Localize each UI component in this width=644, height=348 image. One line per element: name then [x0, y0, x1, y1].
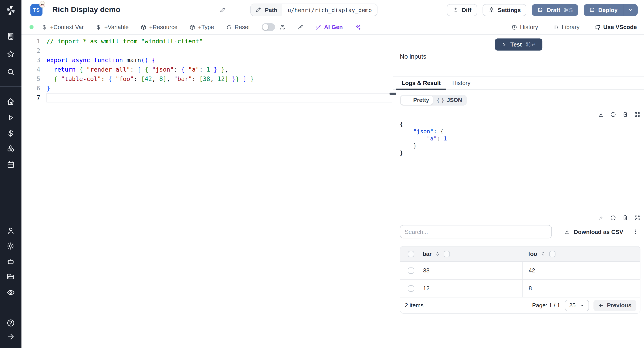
- run-panel: Test ⌘↵ No inputs Logs & Result History …: [393, 35, 644, 348]
- download-csv-button[interactable]: Download as CSV: [564, 228, 623, 235]
- run-header: Test ⌘↵ No inputs: [393, 35, 644, 76]
- ai-gen-button[interactable]: AI Gen: [315, 24, 343, 30]
- sidebar-item-boxes-icon[interactable]: [3, 142, 18, 156]
- panel-splitter: [393, 35, 393, 348]
- info-icon[interactable]: [610, 215, 616, 221]
- chevron-down-icon: [579, 302, 584, 308]
- sidebar-item-play-icon[interactable]: [3, 110, 18, 125]
- line-number: 6: [22, 84, 40, 93]
- braces-icon: { }: [437, 97, 444, 103]
- reset-button[interactable]: Reset: [226, 24, 250, 30]
- sidebar-item-home-icon[interactable]: [3, 94, 18, 109]
- left-icon-rail: [0, 0, 22, 348]
- tab-logs-result[interactable]: Logs & Result: [396, 76, 446, 90]
- sidebar-item-search-icon[interactable]: [3, 65, 18, 79]
- copy-to-clipboard-icon[interactable]: [622, 215, 628, 221]
- sidebar-item-dollar-icon[interactable]: [3, 126, 18, 140]
- paintbrush-icon: [297, 24, 304, 30]
- ai-sparkles-button[interactable]: [354, 24, 361, 30]
- code-line-4: 4 return { "render_all": [ { "json": { "…: [22, 65, 393, 74]
- table-row: 3842: [400, 261, 640, 279]
- sparkles-icon: [354, 24, 361, 30]
- code-line-3: 3export async function main() {: [22, 56, 393, 65]
- arrow-left-icon: [598, 302, 604, 308]
- sidebar-divider: [0, 86, 22, 87]
- package-icon: [189, 24, 196, 30]
- sidebar-item-calendar-icon[interactable]: [3, 158, 18, 172]
- sidebar-item-user-icon[interactable]: [3, 224, 18, 238]
- code-editor[interactable]: 1// import * as wmill from "windmill-cli…: [22, 35, 393, 348]
- previous-page-button[interactable]: Previous: [594, 300, 636, 311]
- sidebar-item-gear-icon[interactable]: [3, 239, 18, 253]
- sidebar-item-arrow-right-icon[interactable]: [3, 330, 18, 344]
- sidebar-item-star-icon[interactable]: [3, 47, 18, 61]
- code-line-2: 2: [22, 46, 393, 56]
- view-pretty-option[interactable]: Pretty: [401, 96, 433, 105]
- row-checkbox[interactable]: [408, 267, 414, 274]
- deploy-button[interactable]: Deploy: [584, 4, 623, 16]
- column-label: foo: [528, 250, 537, 257]
- search-input[interactable]: [400, 225, 552, 238]
- format-brush-button[interactable]: [297, 24, 304, 30]
- test-button[interactable]: Test ⌘↵: [495, 38, 542, 50]
- page-size-select[interactable]: 25: [564, 300, 589, 311]
- deploy-dropdown-chevron-icon[interactable]: [624, 4, 638, 16]
- windmill-script-editor: TS Rich Display demo Path u/henri/rich_d…: [0, 0, 644, 348]
- expand-icon[interactable]: [634, 215, 640, 221]
- history-button[interactable]: History: [511, 24, 538, 30]
- line-number: 1: [22, 37, 40, 46]
- library-button[interactable]: Library: [553, 24, 580, 30]
- code-line-5: 5 { "table-col": { "foo": [42, 8], "bar"…: [22, 74, 393, 84]
- download-table-icon[interactable]: [598, 215, 604, 221]
- github-icon: [594, 24, 600, 30]
- sidebar-item-eye-icon[interactable]: [3, 286, 18, 300]
- code-area[interactable]: 1// import * as wmill from "windmill-cli…: [22, 35, 393, 348]
- column-filter-checkbox[interactable]: [444, 251, 450, 257]
- diff-icon: [452, 7, 459, 13]
- sort-icon[interactable]: [435, 251, 440, 257]
- package-icon: [140, 24, 146, 30]
- test-shortcut: ⌘↵: [526, 41, 537, 48]
- use-vscode-button[interactable]: Use VScode: [594, 24, 637, 30]
- table-footer: 2 items Page: 1 / 1 25 Previous: [400, 297, 640, 313]
- table-header: barfoo: [400, 246, 640, 261]
- deploy-button-group: Deploy: [584, 4, 638, 16]
- copy-to-clipboard-icon[interactable]: [622, 112, 628, 118]
- add-variable-button[interactable]: +Variable: [96, 24, 129, 30]
- windmill-logo-icon[interactable]: [5, 4, 16, 16]
- edit-summary-pencil-icon[interactable]: [220, 7, 226, 13]
- sidebar-item-help-icon[interactable]: [3, 316, 18, 330]
- info-icon[interactable]: [610, 112, 616, 118]
- column-filter-checkbox[interactable]: [549, 251, 556, 257]
- sort-icon[interactable]: [540, 251, 546, 257]
- table-menu-kebab-icon[interactable]: [632, 228, 639, 235]
- multiplayer-users-button[interactable]: [279, 24, 286, 30]
- save-icon: [589, 7, 595, 13]
- splitter-drag-handle[interactable]: [390, 92, 396, 95]
- line-number: 2: [22, 46, 40, 56]
- diff-button[interactable]: Diff: [446, 4, 477, 16]
- download-result-icon[interactable]: [598, 112, 604, 118]
- cell-bar: 12: [422, 280, 522, 297]
- add-context-var-button[interactable]: +Context Var: [41, 24, 84, 30]
- tab-history[interactable]: History: [446, 76, 476, 90]
- line-number: 7: [22, 93, 40, 102]
- view-json-option[interactable]: { } JSON: [433, 96, 466, 105]
- select-all-checkbox[interactable]: [408, 251, 414, 257]
- row-checkbox[interactable]: [408, 285, 414, 292]
- collab-toggle[interactable]: [262, 23, 275, 31]
- path-widget[interactable]: Path u/henri/rich_display_demo: [250, 4, 378, 16]
- column-header-bar: bar: [422, 250, 522, 257]
- sidebar-item-robot-icon[interactable]: [3, 254, 18, 269]
- sidebar-item-building-icon[interactable]: [3, 29, 18, 44]
- editor-toolbar: +Context Var +Variable +Resource +Type R…: [22, 20, 644, 35]
- cell-foo: 8: [522, 280, 640, 297]
- expand-icon[interactable]: [634, 112, 640, 118]
- settings-button[interactable]: Settings: [482, 4, 526, 16]
- add-resource-button[interactable]: +Resource: [140, 24, 177, 30]
- add-type-button[interactable]: +Type: [189, 24, 214, 30]
- magic-wand-icon: [315, 24, 321, 30]
- table-toolbar: Download as CSV: [400, 225, 640, 238]
- sidebar-item-folder-icon[interactable]: [3, 269, 18, 284]
- draft-button[interactable]: Draft ⌘S: [532, 4, 578, 16]
